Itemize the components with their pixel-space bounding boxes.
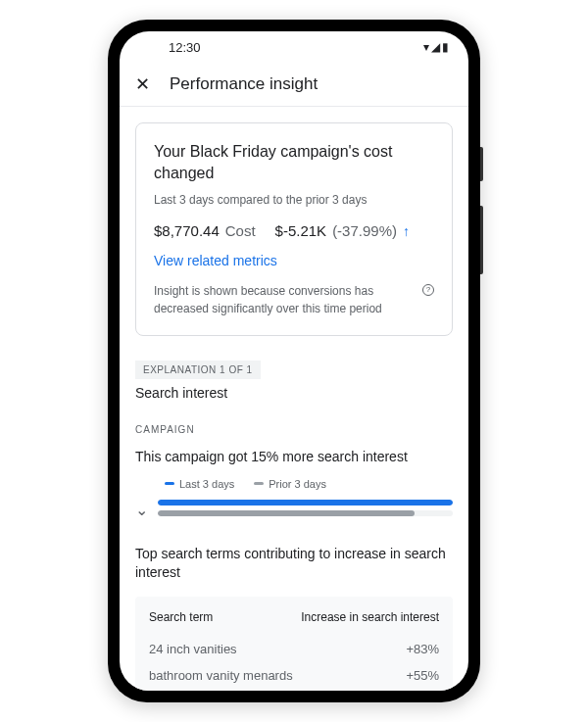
app-header: ✕ Performance insight — [120, 63, 468, 107]
insight-subtitle: Last 3 days compared to the prior 3 days — [154, 193, 434, 207]
metrics-row: $8,770.44 Cost $-5.21K (-37.99%) ↑ — [154, 222, 434, 239]
insight-footer-text: Insight is shown because conversions has… — [154, 282, 418, 317]
close-icon[interactable]: ✕ — [135, 75, 150, 93]
insight-footer: Insight is shown because conversions has… — [154, 282, 434, 317]
phone-frame: 12:30 ▾ ◢ ▮ ✕ Performance insight Your B… — [108, 20, 480, 702]
cost-label: Cost — [225, 222, 256, 239]
legend-current: Last 3 days — [165, 478, 234, 490]
bar-prior-track — [158, 510, 453, 516]
term-name: 24 inch vanities — [149, 642, 237, 656]
comparison-bars — [158, 500, 453, 521]
table-row: 24 inch vanities +83% — [149, 636, 439, 662]
arrow-up-icon: ↑ — [403, 223, 410, 239]
explanation-title: Search interest — [135, 385, 453, 401]
explanation-badge: EXPLANATION 1 OF 1 — [135, 361, 261, 379]
term-name: bathroom vanity menards — [149, 668, 293, 683]
legend-swatch-blue — [165, 482, 174, 485]
status-time: 12:30 — [169, 40, 201, 55]
insight-card: Your Black Friday campaign's cost change… — [135, 122, 453, 336]
bars-container: ⌄ — [135, 500, 453, 521]
legend-current-label: Last 3 days — [179, 478, 234, 490]
terms-col1: Search term — [149, 610, 213, 624]
bar-current-track — [158, 500, 453, 505]
bar-current-fill — [158, 500, 453, 505]
chart-legend: Last 3 days Prior 3 days — [135, 478, 453, 490]
campaign-summary: This campaign got 15% more search intere… — [135, 449, 453, 464]
status-bar: 12:30 ▾ ◢ ▮ — [120, 31, 468, 63]
volume-button — [480, 206, 483, 274]
view-related-metrics-link[interactable]: View related metrics — [154, 253, 434, 268]
delta-value: $-5.21K — [275, 222, 327, 239]
cost-value: $8,770.44 — [154, 222, 220, 239]
table-row: bathroom vanity menards +55% — [149, 662, 439, 689]
delta-percent: (-37.99%) — [332, 222, 397, 239]
term-increase: +55% — [406, 668, 439, 683]
legend-swatch-gray — [254, 482, 264, 485]
status-icons: ▾ ◢ ▮ — [423, 40, 449, 54]
legend-prior: Prior 3 days — [254, 478, 326, 490]
campaign-section-label: CAMPAIGN — [135, 424, 453, 435]
terms-header: Search term Increase in search interest — [149, 610, 439, 624]
terms-table: Search term Increase in search interest … — [135, 597, 453, 691]
term-increase: +83% — [406, 642, 439, 656]
bar-prior-fill — [158, 510, 415, 516]
insight-title: Your Black Friday campaign's cost change… — [154, 141, 434, 185]
screen: 12:30 ▾ ◢ ▮ ✕ Performance insight Your B… — [120, 31, 468, 691]
chevron-down-icon[interactable]: ⌄ — [135, 501, 148, 519]
legend-prior-label: Prior 3 days — [269, 478, 326, 490]
wifi-icon: ▾ — [423, 40, 429, 54]
battery-icon: ▮ — [442, 40, 449, 54]
page-title: Performance insight — [170, 74, 318, 94]
terms-title: Top search terms contributing to increas… — [135, 545, 453, 583]
content-scroll[interactable]: Your Black Friday campaign's cost change… — [120, 107, 468, 691]
signal-icon: ◢ — [431, 40, 440, 54]
help-icon[interactable]: ? — [422, 284, 434, 296]
power-button — [480, 147, 483, 181]
table-row: double vanity sink top +34% — [149, 689, 439, 691]
terms-col2: Increase in search interest — [301, 610, 439, 624]
